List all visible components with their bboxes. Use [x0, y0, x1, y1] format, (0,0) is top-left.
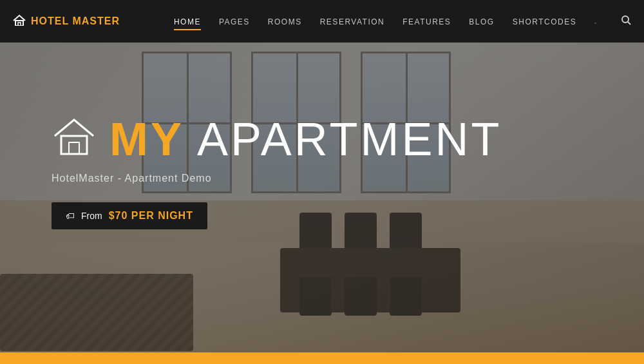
nav-link-blog[interactable]: BLOG	[469, 17, 494, 26]
brand-logo[interactable]: HOTEL MASTER	[13, 14, 120, 29]
svg-line-5	[628, 22, 630, 24]
nav-link-home[interactable]: HOME	[174, 17, 201, 30]
nav-links-list: HOME PAGES ROOMS RESERVATION FEATURES BL…	[174, 15, 631, 28]
brand-text-normal: HOTEL	[31, 15, 72, 26]
price-amount: $70 PER NIGHT	[109, 210, 193, 222]
svg-point-4	[622, 16, 629, 23]
hero-content: MY APARTMENT HotelMaster - Apartment Dem…	[52, 116, 502, 229]
nav-item-features[interactable]: FEATURES	[402, 15, 451, 27]
price-badge[interactable]: 🏷 From $70 PER NIGHT	[52, 202, 207, 229]
nav-link-shortcodes[interactable]: SHORTCODES	[513, 17, 576, 26]
svg-rect-0	[61, 136, 87, 154]
nav-item-rooms[interactable]: ROOMS	[268, 15, 302, 27]
hero-subtitle: HotelMaster - Apartment Demo	[52, 173, 502, 184]
brand-text-accent: MASTER	[72, 15, 120, 26]
title-normal: APARTMENT	[197, 113, 502, 165]
brand-house-icon	[13, 14, 26, 29]
brand-name: HOTEL MASTER	[31, 15, 120, 27]
svg-rect-1	[69, 142, 79, 154]
hero-main-title: MY APARTMENT	[109, 116, 502, 162]
nav-item-pages[interactable]: PAGES	[219, 15, 250, 27]
nav-link-features[interactable]: FEATURES	[402, 17, 451, 26]
nav-link-rooms[interactable]: ROOMS	[268, 17, 302, 26]
separator-dot: •	[594, 20, 596, 26]
navigation-bar: HOTEL MASTER HOME PAGES ROOMS RESERVATIO…	[0, 0, 644, 43]
nav-dot-separator: •	[594, 15, 596, 27]
hero-title-group: MY APARTMENT	[52, 116, 502, 162]
price-from-label: From	[81, 211, 102, 221]
nav-item-blog[interactable]: BLOG	[469, 15, 494, 27]
nav-item-shortcodes[interactable]: SHORTCODES	[513, 15, 576, 27]
tag-icon: 🏷	[66, 211, 75, 221]
nav-item-home[interactable]: HOME	[174, 15, 201, 27]
svg-rect-2	[15, 21, 23, 26]
nav-item-reservation[interactable]: RESERVATION	[320, 15, 385, 27]
svg-rect-3	[18, 23, 21, 26]
nav-link-pages[interactable]: PAGES	[219, 17, 250, 26]
nav-search-item[interactable]	[614, 15, 631, 28]
search-icon[interactable]	[621, 16, 631, 27]
house-icon	[52, 117, 97, 162]
nav-link-reservation[interactable]: RESERVATION	[320, 17, 385, 26]
bottom-accent-stripe	[0, 352, 644, 364]
hero-section: MY APARTMENT HotelMaster - Apartment Dem…	[0, 0, 644, 364]
